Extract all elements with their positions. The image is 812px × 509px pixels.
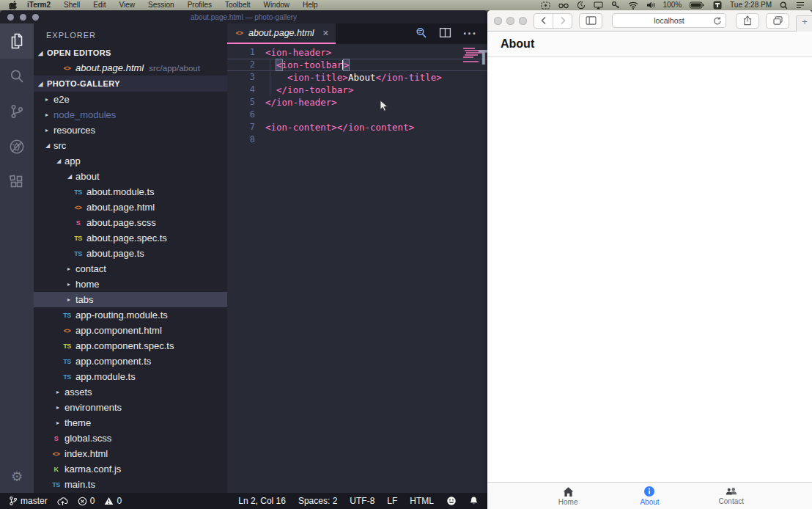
language-mode-indicator[interactable]: HTML	[410, 496, 434, 506]
feedback-smiley-icon[interactable]	[446, 496, 457, 506]
tree-folder-app[interactable]: ◢app	[34, 153, 227, 169]
tree-file-about-page-spec-ts[interactable]: TSabout.page.spec.ts	[34, 230, 227, 246]
indentation-indicator[interactable]: Spaces: 2	[298, 496, 337, 506]
find-in-file-icon[interactable]	[415, 26, 427, 42]
source-control-icon[interactable]	[0, 94, 34, 129]
code-line-4[interactable]: 4 </ion-toolbar>	[227, 84, 487, 96]
battery-icon[interactable]	[690, 1, 705, 9]
glasses-icon[interactable]	[558, 2, 569, 9]
key-icon[interactable]	[611, 1, 620, 10]
tree-folder-node-modules[interactable]: ▸node_modules	[34, 107, 227, 122]
battery-percentage[interactable]: 100%	[663, 0, 682, 10]
tree-folder-src[interactable]: ◢src	[34, 138, 227, 153]
ionic-tab-about[interactable]: About	[609, 483, 690, 509]
tree-file-main-ts[interactable]: TSmain.ts	[34, 477, 227, 492]
extensions-icon[interactable]	[0, 164, 34, 199]
tree-folder-tabs[interactable]: ▸tabs	[34, 292, 227, 307]
tree-folder-assets[interactable]: ▸assets	[34, 384, 227, 400]
menu-item-profiles[interactable]: Profiles	[181, 0, 218, 10]
cursor-position-indicator[interactable]: Ln 2, Col 16	[238, 496, 286, 506]
close-window-button[interactable]	[7, 14, 14, 21]
errors-indicator[interactable]: 0	[78, 496, 95, 506]
debug-disabled-icon[interactable]	[0, 129, 34, 164]
minimize-window-button[interactable]	[20, 14, 26, 21]
tree-folder-contact[interactable]: ▸contact	[34, 261, 227, 277]
settings-gear-icon[interactable]: ⚙	[0, 461, 34, 493]
address-bar[interactable]: localhost	[612, 13, 726, 28]
volume-icon[interactable]	[646, 1, 655, 9]
back-button[interactable]	[534, 14, 553, 28]
menu-item-shell[interactable]: Shell	[57, 0, 86, 10]
tree-folder-resources[interactable]: ▸resources	[34, 122, 227, 138]
sync-publish-icon[interactable]	[57, 497, 68, 506]
code-line-6[interactable]: 6	[227, 109, 487, 121]
menu-clock[interactable]: Tue 2:28 PM	[730, 0, 772, 10]
ionic-tab-home[interactable]: Home	[528, 483, 609, 509]
apple-menu-icon[interactable]	[7, 1, 18, 10]
tree-folder-environments[interactable]: ▸environments	[34, 400, 227, 415]
code-line-3[interactable]: 3 <ion-title>About</ion-title>	[227, 71, 487, 84]
reload-icon[interactable]	[713, 15, 722, 29]
zoom-window-button[interactable]	[32, 14, 39, 21]
menu-item-view[interactable]: View	[113, 0, 142, 10]
code-line-7[interactable]: 7<ion-content></ion-content>	[227, 121, 487, 133]
search-icon[interactable]	[0, 59, 34, 94]
tree-file-app-component-html[interactable]: <>app.component.html	[34, 323, 227, 338]
tree-file-karma-conf-js[interactable]: Kkarma.conf.js	[34, 461, 227, 477]
tree-file-global-scss[interactable]: Sglobal.scss	[34, 431, 227, 446]
menu-item-session[interactable]: Session	[141, 0, 181, 10]
open-editor-item[interactable]: <>about.page.htmlsrc/app/about	[34, 60, 227, 76]
eol-indicator[interactable]: LF	[387, 496, 397, 506]
menu-item-toolbelt[interactable]: Toolbelt	[218, 0, 256, 10]
screen-recording-icon[interactable]	[541, 1, 550, 10]
menu-item-help[interactable]: Help	[296, 0, 325, 10]
warnings-indicator[interactable]: 0	[104, 496, 122, 506]
tree-file-about-page-scss[interactable]: Sabout.page.scss	[34, 215, 227, 230]
code-line-1[interactable]: 1<ion-header>	[227, 46, 487, 59]
notification-center-icon[interactable]	[796, 1, 805, 9]
vscode-title-bar[interactable]: about.page.html — photo-gallery	[0, 10, 487, 23]
tree-file-app-component-ts[interactable]: TSapp.component.ts	[34, 354, 227, 369]
minimize-window-button[interactable]	[506, 17, 514, 25]
open-editors-header[interactable]: ◢ OPEN EDITORS	[34, 45, 227, 60]
tree-file-about-module-ts[interactable]: TSabout.module.ts	[34, 184, 227, 199]
ionic-tab-contact[interactable]: Contact	[690, 483, 772, 509]
explorer-icon[interactable]	[0, 23, 34, 59]
more-actions-icon[interactable]: ···	[463, 27, 477, 40]
close-tab-icon[interactable]: ✕	[318, 29, 329, 38]
split-editor-icon[interactable]	[439, 26, 451, 42]
project-section-header[interactable]: ◢ PHOTO-GALLERY	[34, 76, 227, 92]
code-line-5[interactable]: 5</ion-header>	[227, 96, 487, 109]
tree-file-app-routing-module-ts[interactable]: TSapp-routing.module.ts	[34, 307, 227, 323]
forward-button[interactable]	[553, 14, 572, 28]
tree-file-about-page-html[interactable]: <>about.page.html	[34, 199, 227, 215]
tree-file-app-component-spec-ts[interactable]: TSapp.component.spec.ts	[34, 338, 227, 354]
tree-folder-theme[interactable]: ▸theme	[34, 415, 227, 431]
notifications-bell-icon[interactable]	[469, 496, 479, 506]
tree-folder-e2e[interactable]: ▸e2e	[34, 92, 227, 107]
encoding-indicator[interactable]: UTF-8	[350, 496, 374, 506]
tree-file-app-module-ts[interactable]: TSapp.module.ts	[34, 369, 227, 384]
git-branch-indicator[interactable]: master	[9, 496, 48, 506]
spotlight-icon[interactable]	[780, 1, 788, 10]
code-line-8[interactable]: 8	[227, 133, 487, 146]
tab-overview-button[interactable]	[766, 13, 789, 29]
menu-item-iterm2[interactable]: iTerm2	[21, 0, 57, 10]
menu-item-edit[interactable]: Edit	[86, 0, 112, 10]
code-editor[interactable]: 1<ion-header>2 <ion-toolbar>3 <ion-title…	[227, 44, 487, 493]
tree-file-index-html[interactable]: <>index.html	[34, 446, 227, 461]
tree-file-about-page-ts[interactable]: TSabout.page.ts	[34, 246, 227, 261]
tab-about-page-html[interactable]: <> about.page.html ✕	[227, 23, 336, 44]
time-machine-icon[interactable]	[577, 1, 586, 10]
input-source-icon[interactable]	[713, 1, 722, 10]
close-window-button[interactable]	[494, 17, 502, 25]
menu-item-window[interactable]: Window	[256, 0, 296, 10]
code-line-2[interactable]: 2 <ion-toolbar>	[227, 59, 487, 71]
share-button[interactable]	[736, 13, 759, 29]
wifi-icon[interactable]	[628, 1, 638, 10]
sidebar-toggle-button[interactable]	[579, 13, 602, 29]
tree-folder-home[interactable]: ▸home	[34, 277, 227, 292]
zoom-window-button[interactable]	[519, 17, 527, 25]
airplay-display-icon[interactable]	[594, 1, 603, 10]
new-tab-button[interactable]: +	[796, 15, 812, 34]
